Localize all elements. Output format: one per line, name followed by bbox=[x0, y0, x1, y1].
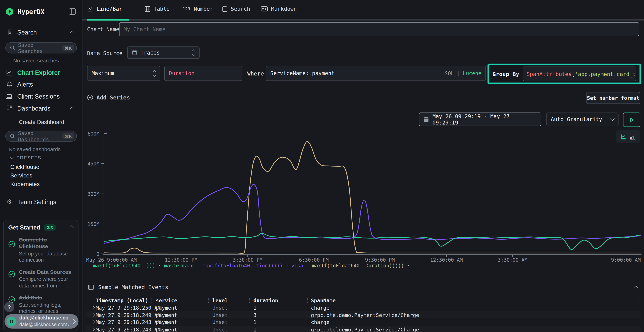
tab-markdown[interactable]: Markdown bbox=[261, 6, 297, 12]
expand-row-icon[interactable] bbox=[92, 328, 95, 331]
legend-entry[interactable]: — maxIf(toFloat640..))) bbox=[87, 263, 156, 268]
where-label: Where bbox=[247, 70, 264, 77]
sidebar-item-alerts[interactable]: Alerts bbox=[6, 81, 33, 88]
table-menu-kebab-icon[interactable]: ⋮ bbox=[636, 297, 641, 303]
user-org: dale@clickhouse.com's bbox=[19, 322, 69, 328]
user-menu[interactable]: D dale@clickhouse.com dale@clickhouse.co… bbox=[4, 314, 78, 328]
hyperdx-logo-icon bbox=[5, 7, 14, 16]
check-circle-icon bbox=[8, 240, 15, 264]
sidebar-item-client-sessions[interactable]: Client Sessions bbox=[6, 93, 60, 100]
sidebar-item-dashboards[interactable]: Dashboards bbox=[6, 105, 50, 112]
collapse-search-icon[interactable] bbox=[70, 30, 74, 35]
granularity-value: Auto Granularity bbox=[551, 116, 602, 122]
hyperdx-app: HyperDX Search Saved Searches ⌘K No save… bbox=[0, 0, 644, 332]
sidebar-section-search[interactable]: Search bbox=[6, 29, 37, 36]
group-by-arg: 'app.payment.card_type' bbox=[575, 71, 636, 77]
aggregation-select[interactable]: Maximum bbox=[87, 66, 160, 81]
legend-dash: — bbox=[306, 263, 309, 268]
x-axis-tick: 9:00:00 AM bbox=[611, 257, 641, 263]
no-saved-searches-text: No saved searches bbox=[13, 58, 59, 64]
col-header-duration[interactable]: duration bbox=[254, 297, 278, 304]
checklist-item-datasources[interactable]: Create Data Sources Configure where your… bbox=[8, 269, 74, 289]
column-resize-handle[interactable] bbox=[208, 298, 209, 303]
legend-group-visa[interactable]: visa bbox=[292, 263, 303, 268]
sample-matched-events-header[interactable]: Sample Matched Events bbox=[88, 284, 168, 290]
expand-row-icon[interactable] bbox=[92, 313, 95, 316]
table-row[interactable]: May 27 9:29:18.243 AM payment Unset 1 gr… bbox=[86, 326, 640, 332]
expand-row-icon[interactable] bbox=[92, 320, 95, 324]
col-header-service[interactable]: service bbox=[156, 297, 177, 304]
app-logo[interactable]: HyperDX bbox=[5, 7, 44, 16]
tab-table[interactable]: Table bbox=[144, 6, 170, 12]
run-query-button[interactable] bbox=[623, 112, 640, 127]
col-header-level[interactable]: level bbox=[212, 297, 228, 304]
set-number-format-button[interactable]: Set number format bbox=[586, 92, 640, 104]
legend-entry[interactable]: — maxIf(toFloat640..tion))))) bbox=[196, 263, 283, 268]
preset-clickhouse[interactable]: ClickHouse bbox=[10, 164, 39, 170]
table-row[interactable]: May 27 9:29:18.243 AM payment Unset 1 ch… bbox=[86, 318, 640, 326]
chart-type-tabbar: Line/Bar Table 123 Number Search bbox=[82, 0, 644, 20]
sidebar-item-chart-explorer[interactable]: Chart Explorer bbox=[6, 69, 60, 76]
tab-search[interactable]: Search bbox=[222, 6, 250, 12]
group-by-input[interactable]: SpanAttributes['app.payment.card_type'] bbox=[523, 66, 636, 82]
checklist-item-connect[interactable]: Connect to ClickHouse Set up your databa… bbox=[8, 236, 74, 264]
column-resize-handle[interactable] bbox=[152, 298, 152, 303]
aggregation-value: Maximum bbox=[92, 70, 114, 76]
timeseries-chart[interactable]: 600M 450M 300M 150M 0 May 26 9:00:00 AM … bbox=[82, 130, 644, 268]
divider: | bbox=[457, 70, 460, 76]
saved-searches-input[interactable]: Saved Searches ⌘K bbox=[5, 42, 77, 53]
col-header-timestamp[interactable]: Timestamp (Local) bbox=[96, 297, 148, 304]
x-axis-tick: 3:30:00 PM bbox=[233, 257, 262, 263]
legend-separator: · bbox=[286, 263, 288, 268]
tab-line-bar[interactable]: Line/Bar bbox=[87, 6, 122, 12]
col-header-spanname[interactable]: SpanName bbox=[311, 297, 336, 304]
collapse-dashboards-icon[interactable] bbox=[70, 106, 74, 111]
help-button[interactable]: ? bbox=[4, 302, 14, 312]
select-chevrons-icon bbox=[153, 70, 156, 76]
data-source-label: Data Source bbox=[87, 50, 122, 56]
series-line-1 bbox=[104, 184, 641, 244]
chart-line-icon bbox=[6, 69, 13, 76]
expand-row-icon[interactable] bbox=[92, 306, 95, 309]
list-icon bbox=[88, 284, 94, 290]
preset-services[interactable]: Services bbox=[10, 172, 32, 179]
legend-group-mastercard[interactable]: mastercard bbox=[164, 263, 194, 268]
collapse-sidebar-icon[interactable] bbox=[68, 8, 76, 15]
table-row[interactable]: May 27 9:29:18.250 AM payment Unset 1 ch… bbox=[86, 304, 640, 311]
saved-dashboards-input[interactable]: Saved Dashboards ⌘K bbox=[5, 130, 77, 142]
calendar-icon bbox=[424, 116, 429, 122]
collapse-events-icon[interactable] bbox=[634, 286, 638, 290]
data-source-select[interactable]: Traces bbox=[127, 46, 200, 59]
table-row[interactable]: May 27 9:29:18.249 AM payment Unset 3 gr… bbox=[86, 311, 640, 318]
sidebar-item-label: Chart Explorer bbox=[17, 69, 60, 76]
chart-name-input[interactable]: My Chart Name bbox=[119, 22, 639, 36]
sidebar-item-team-settings[interactable]: ⚙ Team Settings bbox=[6, 198, 56, 205]
field-input[interactable]: Duration bbox=[164, 66, 242, 81]
checklist-desc: Configure where your data comes from bbox=[19, 276, 74, 289]
date-range-input[interactable]: May 26 09:29:19 - May 27 09:29:19 bbox=[419, 112, 541, 126]
where-input[interactable]: ServiceName: payment SQL | Lucene bbox=[266, 66, 486, 81]
legend-entry[interactable]: — maxIf(toFloat640..Duration))))) bbox=[306, 263, 404, 268]
sidebar: HyperDX Search Saved Searches ⌘K No save… bbox=[0, 0, 82, 332]
checklist-title: Connect to ClickHouse bbox=[19, 236, 48, 249]
y-axis-tick: 450M bbox=[82, 161, 99, 167]
sql-option[interactable]: SQL bbox=[445, 70, 454, 76]
query-language-toggle[interactable]: SQL | Lucene bbox=[445, 70, 482, 76]
line-chart-icon bbox=[87, 6, 93, 12]
x-axis-tick: 6:30:00 PM bbox=[299, 257, 328, 263]
create-dashboard-button[interactable]: + Create Dashboard bbox=[12, 119, 64, 125]
preset-kubernetes[interactable]: Kubernetes bbox=[10, 181, 40, 187]
tab-number[interactable]: 123 Number bbox=[183, 6, 213, 12]
add-series-button[interactable]: Add Series bbox=[87, 94, 130, 101]
legend-dash: — bbox=[196, 263, 200, 268]
bell-icon bbox=[6, 81, 13, 88]
column-resize-handle[interactable] bbox=[307, 298, 308, 303]
collapse-get-started-icon[interactable] bbox=[70, 225, 74, 230]
lucene-option[interactable]: Lucene bbox=[463, 70, 482, 76]
checklist-item-add-data[interactable]: Add Data Start sending logs, metrics, or… bbox=[8, 294, 74, 315]
granularity-select[interactable]: Auto Granularity bbox=[546, 112, 618, 126]
x-axis-tick: 9:30:00 PM bbox=[365, 257, 395, 263]
presets-section-toggle[interactable]: PRESETS bbox=[11, 155, 41, 160]
column-resize-handle[interactable] bbox=[249, 298, 250, 303]
sidebar-item-label: Client Sessions bbox=[17, 93, 60, 100]
